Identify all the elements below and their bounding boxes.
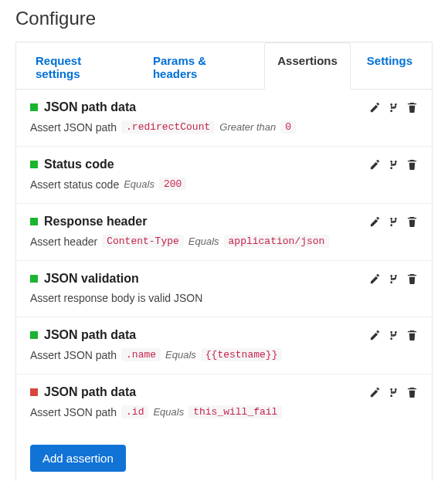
assertion-actions [368,329,418,341]
page-title: Configure [15,8,433,29]
status-indicator [30,218,38,225]
edit-icon[interactable] [368,273,381,285]
edit-icon[interactable] [368,329,381,341]
fork-icon[interactable] [387,273,399,285]
tab-assertions[interactable]: Assertions [264,42,351,90]
tab-params-headers[interactable]: Params & headers [140,42,261,90]
add-assertion-button[interactable]: Add assertion [30,445,126,472]
config-card: Request settingsParams & headersAssertio… [15,42,433,481]
card-footer: Add assertion [16,431,432,481]
assertion-list: JSON path dataAssert JSON path.redirectC… [16,90,432,431]
fork-icon[interactable] [387,101,399,113]
tab-bar: Request settingsParams & headersAssertio… [16,42,432,90]
assertion-title: Response header [44,215,147,229]
assertion-path-chip: .name [121,348,161,361]
assertion-description: Assert JSON path.redirectCountGreater th… [30,120,418,134]
assertion-actions [368,101,418,113]
edit-icon[interactable] [368,101,381,113]
assertion-item: JSON path dataAssert JSON path.idEqualst… [16,374,432,431]
assertion-operator: Equals [165,349,196,361]
status-indicator [30,161,38,168]
assertion-desc-prefix: Assert response body is valid JSON [30,292,202,304]
assertion-path-chip: .id [121,405,148,418]
edit-icon[interactable] [368,386,381,398]
assertion-actions [368,273,418,285]
trash-icon[interactable] [406,273,418,285]
assertion-description: Assert response body is valid JSON [30,292,418,304]
assertion-desc-prefix: Assert JSON path [30,406,117,418]
assertion-description: Assert JSON path.idEqualsthis_will_fail [30,405,418,418]
assertion-operator: Equals [124,178,154,190]
trash-icon[interactable] [406,158,418,171]
assertion-title: JSON path data [44,385,136,399]
trash-icon[interactable] [406,101,418,113]
tab-request-settings[interactable]: Request settings [22,42,137,90]
assertion-actions [368,386,418,398]
status-indicator [30,103,38,111]
assertion-operator: Equals [153,406,184,418]
assertion-title: Status code [44,158,114,171]
status-indicator [30,275,38,283]
assertion-value-chip: {{testname}} [201,348,283,361]
trash-icon[interactable] [406,386,418,398]
assertion-description: Assert headerContent-TypeEqualsapplicati… [30,235,418,248]
assertion-title: JSON path data [44,100,136,114]
assertion-header: JSON path data [30,100,418,114]
assertion-path-chip: Content-Type [102,235,184,248]
assertion-desc-prefix: Assert header [30,235,97,248]
assertion-description: Assert JSON path.nameEquals{{testname}} [30,348,418,361]
status-indicator [30,331,38,339]
assertion-value-chip: application/json [224,235,330,248]
assertion-title: JSON validation [44,272,139,286]
fork-icon[interactable] [387,215,399,228]
assertion-description: Assert status codeEquals200 [30,178,418,191]
fork-icon[interactable] [387,329,399,341]
assertion-desc-prefix: Assert JSON path [30,349,117,361]
assertion-header: Response header [30,215,418,229]
status-indicator [30,388,38,396]
assertion-value-chip: 200 [159,178,186,191]
assertion-value-chip: this_will_fail [188,405,282,418]
assertion-desc-prefix: Assert JSON path [30,121,117,134]
assertion-item: JSON validationAssert response body is v… [16,261,432,317]
assertion-header: Status code [30,158,418,171]
assertion-value-chip: 0 [280,120,296,134]
assertion-item: JSON path dataAssert JSON path.redirectC… [16,90,432,147]
assertion-path-chip: .redirectCount [121,120,215,134]
tab-settings[interactable]: Settings [354,42,426,90]
trash-icon[interactable] [406,329,418,341]
fork-icon[interactable] [387,158,399,171]
assertion-item: Response headerAssert headerContent-Type… [16,204,432,261]
assertion-title: JSON path data [44,328,136,342]
assertion-item: JSON path dataAssert JSON path.nameEqual… [16,317,432,374]
edit-icon[interactable] [368,215,381,228]
assertion-header: JSON path data [30,328,418,342]
assertion-desc-prefix: Assert status code [30,178,119,191]
assertion-item: Status codeAssert status codeEquals200 [16,147,432,204]
assertion-header: JSON path data [30,385,418,399]
assertion-header: JSON validation [30,272,418,286]
assertion-actions [368,158,418,171]
assertion-operator: Greater than [219,121,276,133]
assertion-actions [368,215,418,228]
fork-icon[interactable] [387,386,399,398]
assertion-operator: Equals [188,235,219,247]
edit-icon[interactable] [368,158,381,171]
trash-icon[interactable] [406,215,418,228]
